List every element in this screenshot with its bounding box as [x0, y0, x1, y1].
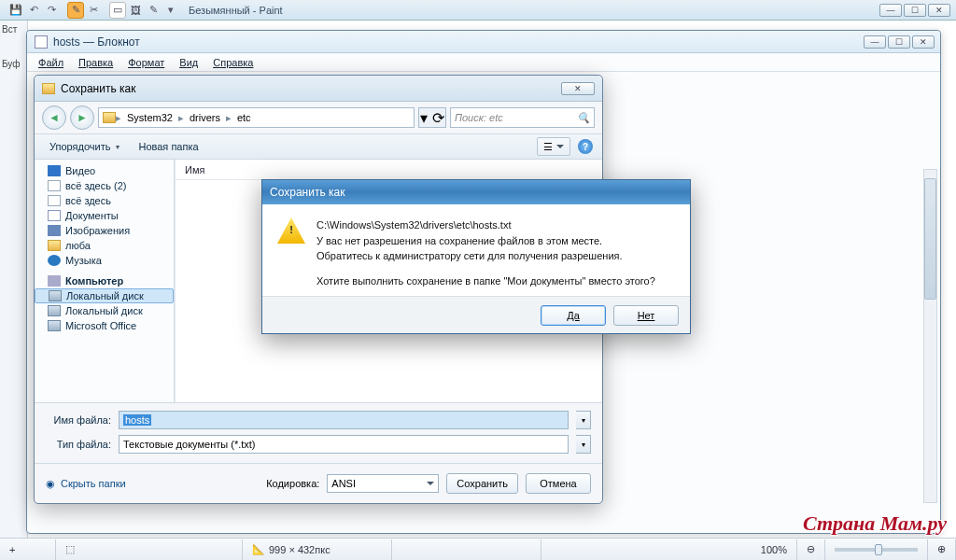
tool-icon[interactable]: ✎	[145, 2, 162, 19]
tool-icon[interactable]: ✎	[67, 2, 84, 19]
zoom-slider[interactable]	[825, 539, 928, 560]
forward-button[interactable]: ►	[70, 105, 94, 130]
view-mode-button[interactable]: ☰	[537, 137, 570, 156]
drive-icon	[48, 305, 61, 316]
filetype-dropdown[interactable]: ▾	[576, 435, 591, 454]
saveas-title: Сохранить как	[61, 82, 135, 95]
drive-icon	[49, 290, 62, 301]
breadcrumb-item[interactable]: drivers	[184, 112, 226, 123]
scrollbar-thumb[interactable]	[924, 178, 936, 300]
tree-drive[interactable]: Локальный диск	[35, 288, 174, 303]
msgbox-text: C:\Windows\System32\drivers\etc\hosts.tx…	[316, 217, 655, 288]
tree-drive[interactable]: Microsoft Office	[35, 318, 174, 333]
dropdown-icon[interactable]: ▾	[162, 2, 179, 19]
newfolder-button[interactable]: Новая папка	[133, 139, 204, 154]
folder-tree[interactable]: Видео всё здесь (2) всё здесь Документы …	[35, 160, 175, 402]
cancel-button[interactable]: Отмена	[526, 473, 591, 494]
zoom-in-button[interactable]: ⊕	[928, 539, 956, 560]
paint-home-rail: Вст Буф	[0, 21, 28, 543]
warning-icon	[277, 217, 305, 244]
tree-item: Видео	[35, 163, 174, 178]
shortcut-icon	[48, 180, 61, 191]
paint-statusbar: + ⬚ 📐 999 × 432пкс 100% ⊖ ⊕	[0, 538, 956, 560]
filename-history-dropdown[interactable]: ▾	[576, 411, 591, 429]
tree-computer-header[interactable]: Компьютер	[35, 273, 174, 288]
filename-label: Имя файла:	[46, 414, 111, 426]
undo-icon[interactable]: ↶	[25, 2, 42, 19]
tree-drive[interactable]: Локальный диск	[35, 303, 174, 318]
selection-cell: ⬚	[56, 539, 243, 560]
music-icon	[48, 255, 61, 266]
maximize-button[interactable]: ☐	[904, 4, 926, 17]
tree-item: всё здесь (2)	[35, 178, 174, 193]
notepad-titlebar[interactable]: hosts — Блокнот — ☐ ✕	[27, 31, 940, 53]
chevron-up-icon: ◉	[46, 478, 55, 490]
breadcrumb[interactable]: ▸ System32▸ drivers▸ etc	[98, 107, 415, 128]
tool-icon[interactable]: 🖼	[127, 2, 144, 19]
msgbox-titlebar[interactable]: Сохранить как	[262, 180, 690, 204]
tool-icon[interactable]: ▭	[109, 2, 126, 19]
notepad-title: hosts — Блокнот	[53, 35, 140, 49]
yes-button[interactable]: Да	[541, 305, 606, 326]
maximize-button[interactable]: ☐	[888, 35, 910, 49]
drive-icon	[48, 320, 61, 331]
saveas-form: Имя файла: hosts ▾ Тип файла: Текстовые …	[35, 402, 602, 463]
save-icon[interactable]: 💾	[7, 2, 24, 19]
breadcrumb-item[interactable]: etc	[232, 112, 257, 123]
paste-label: Вст	[0, 21, 27, 38]
paint-title: Безымянный - Paint	[189, 5, 283, 16]
save-button[interactable]: Сохранить	[446, 473, 518, 494]
organize-button[interactable]: Упорядочить	[44, 139, 125, 154]
text-file-icon	[35, 35, 48, 49]
tree-item: Изображения	[35, 223, 174, 238]
quick-access-toolbar: 💾 ↶ ↷ ✎ ✂ ▭ 🖼 ✎ ▾	[0, 0, 179, 21]
nav-row: ◄ ► ▸ System32▸ drivers▸ etc ▾ ⟳ Поиск: …	[35, 102, 602, 133]
close-button[interactable]: ✕	[912, 35, 935, 49]
filetype-select[interactable]: Текстовые документы (*.txt)	[119, 435, 569, 454]
minimize-button[interactable]: —	[879, 4, 902, 17]
folder-icon	[103, 112, 116, 123]
column-header[interactable]: Имя	[176, 160, 602, 180]
tree-item: Музыка	[35, 253, 174, 268]
menu-file[interactable]: Файл	[33, 55, 69, 70]
saveas-bottom: ◉ Скрыть папки Кодировка: ANSI Сохранить…	[35, 463, 602, 503]
tool-icon[interactable]: ✂	[85, 2, 102, 19]
zoom-label: 100%	[752, 539, 797, 560]
menu-edit[interactable]: Правка	[73, 55, 119, 70]
search-placeholder: Поиск: etc	[455, 112, 503, 123]
close-button[interactable]: ✕	[561, 82, 595, 95]
file-size-cell	[392, 539, 541, 560]
redo-icon[interactable]: ↷	[43, 2, 60, 19]
encoding-select[interactable]: ANSI	[327, 474, 439, 493]
minimize-button[interactable]: —	[864, 35, 886, 49]
filename-input[interactable]: hosts	[119, 411, 569, 429]
menu-format[interactable]: Формат	[122, 55, 170, 70]
saveas-toolbar: Упорядочить Новая папка ☰ ?	[35, 133, 602, 160]
clipboard-label: Буф	[0, 55, 27, 73]
breadcrumb-item[interactable]: System32	[121, 112, 178, 123]
computer-icon	[48, 275, 61, 287]
canvas-size-cell: 📐 999 × 432пкс	[243, 539, 392, 560]
shortcut-icon	[48, 195, 61, 206]
search-input[interactable]: Поиск: etc 🔍	[450, 107, 595, 128]
watermark: Страна Мам.ру	[803, 511, 947, 536]
tree-item: люба	[35, 238, 174, 253]
folder-icon	[48, 240, 61, 251]
close-button[interactable]: ✕	[928, 4, 950, 17]
saveas-titlebar[interactable]: Сохранить как ✕	[35, 76, 602, 102]
video-icon	[48, 165, 61, 176]
back-button[interactable]: ◄	[42, 105, 66, 130]
no-button[interactable]: Нет	[613, 305, 679, 326]
folder-icon	[42, 83, 55, 94]
documents-icon	[48, 210, 61, 221]
zoom-out-button[interactable]: ⊖	[797, 539, 825, 560]
help-icon[interactable]: ?	[578, 139, 593, 154]
search-icon: 🔍	[577, 112, 590, 124]
hide-folders-link[interactable]: ◉ Скрыть папки	[46, 478, 126, 490]
filetype-label: Тип файла:	[46, 439, 111, 450]
menu-help[interactable]: Справка	[207, 55, 259, 70]
menu-view[interactable]: Вид	[174, 55, 204, 70]
history-dropdown[interactable]: ▾ ⟳	[418, 107, 446, 128]
permission-msgbox: Сохранить как C:\Windows\System32\driver…	[261, 179, 691, 334]
tree-item: всё здесь	[35, 193, 174, 208]
